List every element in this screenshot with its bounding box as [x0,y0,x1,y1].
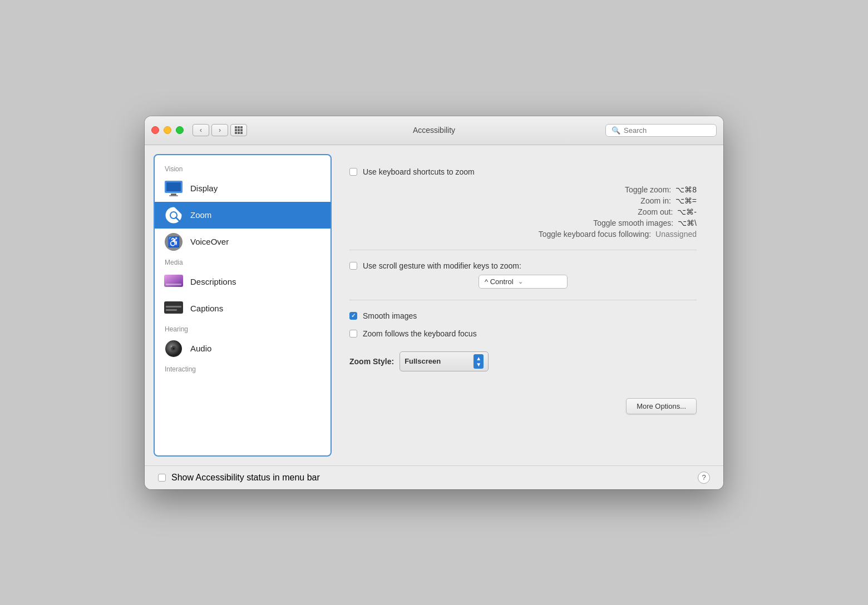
shortcut-toggle-zoom-label: Toggle zoom: [625,185,671,194]
svg-point-17 [172,348,175,350]
modifier-dropdown-value: ^ Control [485,277,514,286]
grid-icon [235,126,243,134]
sidebar-item-display[interactable]: Display [155,175,331,202]
search-icon: 🔍 [611,126,620,135]
sidebar-item-label-voiceover: VoiceOver [190,237,229,246]
sidebar-item-label-descriptions: Descriptions [190,277,236,286]
window-title: Accessibility [413,126,455,135]
scroll-gesture-label: Use scroll gesture with modifier keys to… [363,261,521,270]
smooth-images-label: Smooth images [363,311,417,320]
svg-rect-13 [166,306,181,308]
shortcut-toggle-zoom: Toggle zoom: ⌥⌘8 [365,185,697,194]
shortcut-zoom-out-label: Zoom out: [638,207,673,216]
main-window: ‹ › Accessibility 🔍 Vision [145,116,723,489]
shortcut-zoom-in-label: Zoom in: [640,196,670,205]
svg-rect-1 [166,182,181,191]
shortcut-focus-value: Unassigned [655,230,697,239]
scroll-gesture-row: Use scroll gesture with modifier keys to… [349,261,697,270]
display-icon [164,178,184,199]
shortcut-toggle-zoom-value: ⌥⌘8 [675,185,697,194]
sidebar-item-voiceover[interactable]: ♿ VoiceOver [155,229,331,255]
divider-2 [349,300,697,300]
grid-view-button[interactable] [230,124,247,136]
svg-text:♿: ♿ [167,236,180,248]
keyboard-zoom-row: Use keyboard shortcuts to zoom [349,167,697,176]
sidebar-item-label-display: Display [190,184,218,193]
search-bar[interactable]: 🔍 [605,124,717,137]
divider-1 [349,250,697,250]
captions-icon [164,299,184,319]
audio-icon [164,339,184,359]
sidebar-item-captions[interactable]: Captions [155,295,331,322]
modifier-keys-dropdown[interactable]: ^ Control ⌄ [479,275,568,289]
sidebar-item-label-zoom: Zoom [190,210,211,220]
section-header-interacting: Interacting [155,362,331,375]
svg-rect-10 [166,284,181,285]
close-button[interactable] [151,126,159,134]
shortcut-zoom-out-value: ⌥⌘- [677,207,697,216]
zoom-follows-label: Zoom follows the keyboard focus [363,329,477,338]
zoom-style-dropdown[interactable]: Fullscreen ▲ ▼ [400,351,489,371]
zoom-follows-checkbox[interactable] [349,330,357,338]
dropdown-arrow-icon: ⌄ [518,278,523,285]
section-header-vision: Vision [155,162,331,175]
shortcut-zoom-in-value: ⌥⌘= [675,196,697,205]
more-options-button[interactable]: More Options... [626,398,697,414]
sidebar: Vision Display [154,154,332,457]
smooth-images-checkbox[interactable] [349,312,357,320]
shortcut-zoom-out: Zoom out: ⌥⌘- [365,207,697,216]
bottom-bar: Show Accessibility status in menu bar ? [145,465,723,489]
shortcut-smooth-images: Toggle smooth images: ⌥⌘\ [365,219,697,227]
search-input[interactable] [624,126,711,135]
sidebar-item-audio[interactable]: Audio [155,335,331,362]
sidebar-item-label-captions: Captions [190,304,223,313]
svg-rect-2 [171,194,176,195]
zoom-icon [164,205,184,225]
nav-buttons: ‹ › [193,124,228,136]
keyboard-zoom-checkbox[interactable] [349,168,357,176]
status-bar-label: Show Accessibility status in menu bar [171,473,320,483]
smooth-images-row: Smooth images [349,311,697,320]
section-header-media: Media [155,255,331,269]
zoom-follows-row: Zoom follows the keyboard focus [349,329,697,338]
sidebar-scroll[interactable]: Vision Display [155,155,331,455]
voiceover-icon: ♿ [164,232,184,252]
maximize-button[interactable] [176,126,184,134]
zoom-style-label: Zoom Style: [349,357,394,366]
shortcut-zoom-in: Zoom in: ⌥⌘= [365,196,697,205]
svg-point-18 [171,345,172,347]
keyboard-zoom-label: Use keyboard shortcuts to zoom [363,167,475,176]
forward-button[interactable]: › [211,124,228,136]
minimize-button[interactable] [164,126,171,134]
sidebar-item-zoom[interactable]: Zoom [155,202,331,229]
zoom-style-row: Zoom Style: Fullscreen ▲ ▼ [349,351,697,371]
help-button[interactable]: ? [698,472,710,484]
shortcut-focus-following: Toggle keyboard focus following: Unassig… [365,230,697,239]
shortcut-focus-label: Toggle keyboard focus following: [539,230,651,239]
titlebar: ‹ › Accessibility 🔍 [145,116,723,145]
sidebar-item-descriptions[interactable]: Descriptions [155,269,331,295]
svg-rect-14 [166,309,177,311]
svg-rect-11 [169,287,178,289]
descriptions-icon [164,272,184,292]
back-button[interactable]: ‹ [193,124,209,136]
status-bar-checkbox[interactable] [158,474,166,482]
main-panel: Use keyboard shortcuts to zoom Toggle zo… [332,154,714,457]
zoom-style-value: Fullscreen [405,357,441,365]
svg-rect-3 [169,195,178,196]
section-header-hearing: Hearing [155,322,331,335]
traffic-lights [151,126,184,134]
shortcut-smooth-label: Toggle smooth images: [593,219,673,227]
shortcut-smooth-value: ⌥⌘\ [678,219,697,227]
sidebar-item-label-audio: Audio [190,344,211,353]
scroll-gesture-checkbox[interactable] [349,262,357,270]
content-area: Vision Display [145,145,723,465]
zoom-style-arrows-icon: ▲ ▼ [474,354,484,369]
